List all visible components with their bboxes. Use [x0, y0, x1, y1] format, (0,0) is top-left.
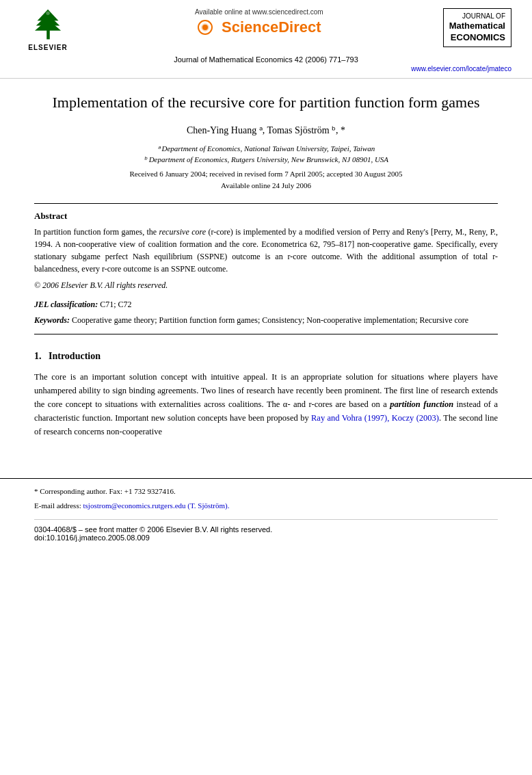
header-top: ELSEVIER Available online at www.science… [21, 8, 511, 51]
header: ELSEVIER Available online at www.science… [0, 0, 532, 79]
journal-line2: Mathematical [449, 21, 505, 32]
footer: * Corresponding author. Fax: +1 732 9327… [0, 478, 532, 549]
received-date: Received 6 January 2004; received in rev… [34, 168, 498, 181]
affiliation-a: ᵃ Department of Economics, National Taiw… [34, 143, 498, 155]
divider-bottom [34, 334, 498, 334]
sciencedirect-text: ScienceDirect [222, 18, 321, 36]
copyright-text: © 2006 Elsevier B.V. All rights reserved… [34, 279, 498, 291]
available-online-date: Available online 24 July 2006 [34, 180, 498, 192]
journal-line1: JOURNAL OF [449, 12, 505, 21]
abstract-title: Abstract [34, 211, 498, 222]
section-name: Introduction [49, 351, 101, 361]
elsevier-tree-icon [29, 8, 67, 42]
keywords-line: Keywords: Cooperative game theory; Parti… [34, 314, 498, 327]
jel-label: JEL classification: [34, 300, 98, 309]
svg-rect-0 [46, 30, 50, 40]
jel-classification: JEL classification: C71; C72 [34, 298, 498, 311]
sciencedirect-center: Available online at www.sciencedirect.co… [75, 8, 443, 36]
affiliations: ᵃ Department of Economics, National Taiw… [34, 143, 498, 166]
keywords-label: Keywords: [34, 315, 70, 325]
elsevier-label: ELSEVIER [28, 44, 67, 51]
email-link[interactable]: tsjostrom@economics.rutgers.edu (T. Sjös… [83, 501, 229, 510]
svg-point-4 [46, 12, 49, 15]
ray-vohra-link[interactable]: Ray and Vohra (1997), Koczy (2003) [311, 413, 439, 423]
abstract-text: In partition function form games, the re… [34, 226, 498, 275]
email-label: E-mail address: [34, 501, 81, 510]
section-title: 1. Introduction [34, 351, 498, 362]
issn-text: 0304-4068/$ – see front matter © 2006 El… [34, 525, 498, 534]
available-online-text: Available online at www.sciencedirect.co… [195, 8, 323, 16]
journal-line3: ECONOMICS [449, 32, 505, 44]
intro-paragraph: The core is an important solution concep… [34, 370, 498, 438]
svg-point-6 [202, 25, 208, 30]
jel-codes-value: C71; C72 [100, 300, 131, 309]
footnote-corresponding: * Corresponding author. Fax: +1 732 9327… [34, 486, 498, 497]
email-address: tsjostrom@economics.rutgers.edu (T. Sjös… [83, 501, 229, 510]
elsevier-logo: ELSEVIER [21, 8, 75, 51]
partition-function-term: partition function [390, 399, 453, 409]
keywords-text: Cooperative game theory; Partition funct… [72, 315, 468, 325]
journal-logo: JOURNAL OF Mathematical ECONOMICS [443, 8, 511, 47]
main-content: Implementation of the recursive core for… [0, 79, 532, 458]
doi-text: doi:10.1016/j.jmateco.2005.08.009 [34, 534, 498, 542]
section-introduction: 1. Introduction The core is an important… [34, 351, 498, 438]
page: ELSEVIER Available online at www.science… [0, 0, 532, 775]
journal-issue: Journal of Mathematical Economics 42 (20… [21, 55, 511, 64]
footnote-email: E-mail address: tsjostrom@economics.rutg… [34, 500, 498, 512]
paper-title: Implementation of the recursive core for… [34, 92, 498, 114]
section-number: 1. [34, 351, 42, 361]
sd-logo-icon [197, 19, 217, 36]
divider-top [34, 203, 498, 204]
abstract-section: Abstract In partition function form game… [34, 211, 498, 291]
affiliation-b: ᵇ Department of Economics, Rutgers Unive… [34, 154, 498, 166]
authors: Chen-Ying Huang ᵃ, Tomas Sjöström ᵇ, * [34, 124, 498, 136]
footer-bottom: 0304-4068/$ – see front matter © 2006 El… [34, 519, 498, 542]
sciencedirect-logo: ScienceDirect [197, 18, 321, 36]
journal-website: www.elsevier.com/locate/jmateco [21, 65, 511, 73]
received-info: Received 6 January 2004; received in rev… [34, 168, 498, 192]
